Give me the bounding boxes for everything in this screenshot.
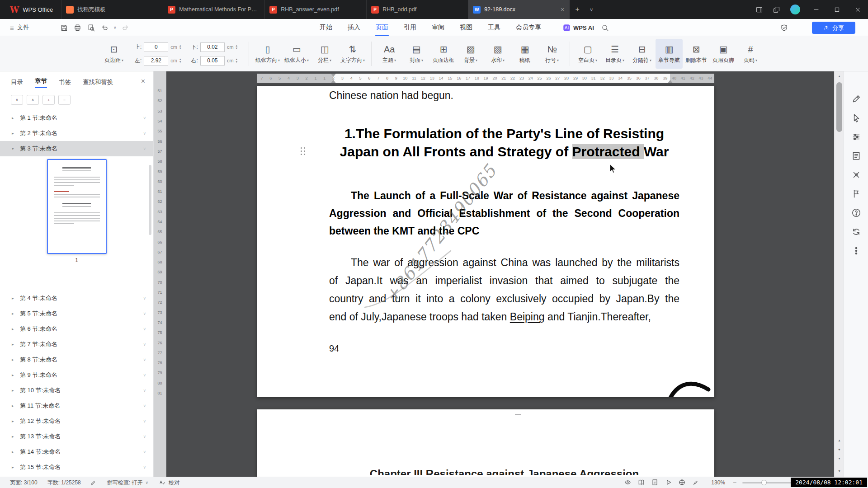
page-layout-view-icon[interactable] — [651, 479, 659, 486]
vertical-scrollbar[interactable]: ▴ ▴ ● ▾ ▾ — [834, 71, 844, 477]
remove-section-button[interactable]: − — [58, 95, 71, 105]
undo-dropdown-icon[interactable]: ∨ — [112, 25, 118, 30]
chevron-down-icon[interactable]: ∨ — [143, 311, 146, 316]
collapse-arrow-icon[interactable]: ▸ — [12, 388, 20, 393]
slideshow-icon[interactable] — [665, 479, 672, 486]
menu-tab-page-layout[interactable]: 页面 — [368, 19, 396, 36]
section-item-6[interactable]: ▸第 6 节:未命名∨ — [0, 321, 153, 337]
ribbon-theme-button[interactable]: Aa主题▾ — [376, 39, 403, 69]
extract-text-icon[interactable] — [851, 151, 861, 161]
print-button[interactable] — [71, 22, 84, 33]
spellcheck-status[interactable]: 拼写检查: 打开∨ — [107, 479, 150, 487]
scrollbar-thumb[interactable] — [836, 82, 842, 132]
document-canvas[interactable]: 7654321123456789101112131415161718192021… — [166, 71, 834, 477]
ribbon-page-margins-button[interactable]: ⊡页边距▾ — [100, 39, 127, 69]
chevron-down-icon[interactable]: ∨ — [143, 404, 146, 408]
doc-heading-line-1[interactable]: 1.The Formulation of the Party's Line of… — [329, 125, 679, 143]
ribbon-columns-button[interactable]: ◫分栏▾ — [311, 39, 338, 69]
ribbon-page-number-button[interactable]: #页码▾ — [737, 39, 764, 69]
quick-edit-icon[interactable] — [851, 94, 861, 104]
previous-page-icon[interactable]: ▴ — [835, 438, 844, 442]
margin-right-input[interactable] — [200, 56, 225, 66]
ribbon-manuscript-paper-button[interactable]: ▦稿纸 — [511, 39, 538, 69]
section-item-10[interactable]: ▸第 10 节:未命名∨ — [0, 383, 153, 398]
collapse-arrow-icon[interactable]: ▸ — [12, 450, 20, 454]
section-item-1[interactable]: ▸第 1 节:未命名∨ — [0, 110, 153, 126]
ribbon-page-border-button[interactable]: ⊞页面边框 — [430, 39, 457, 69]
panel-tab-bookmarks[interactable]: 书签 — [59, 78, 71, 88]
file-menu-button[interactable]: ≡ 文件 — [10, 19, 29, 36]
bookmark-flag-icon[interactable] — [851, 189, 861, 199]
help-icon[interactable] — [851, 208, 861, 218]
section-item-15[interactable]: ▸第 15 节:未命名∨ — [0, 460, 153, 475]
collapse-arrow-icon[interactable]: ▸ — [12, 296, 20, 300]
web-layout-icon[interactable] — [679, 479, 686, 486]
ribbon-break-button[interactable]: ⊟分隔符▾ — [628, 39, 656, 69]
menu-tab-tools[interactable]: 工具 — [480, 19, 508, 36]
panel-tab-sections[interactable]: 章节 — [35, 77, 47, 88]
section-item-7[interactable]: ▸第 7 节:未命名∨ — [0, 337, 153, 352]
margin-top-stepper[interactable]: ▴▾ — [179, 44, 181, 50]
menu-tab-member[interactable]: 会员专享 — [508, 19, 549, 36]
zoom-level[interactable]: 130% — [711, 479, 725, 486]
sections-collapse-button[interactable]: ∧ — [27, 95, 39, 105]
selected-text[interactable]: Protracted — [572, 144, 644, 159]
paragraph-drag-handle-icon[interactable] — [301, 147, 307, 156]
minimize-button[interactable] — [806, 0, 826, 19]
proofread-button[interactable]: 校对 — [169, 479, 179, 487]
section-item-3[interactable]: ▾第 3 节:未命名∨ — [0, 141, 153, 156]
read-layout-icon[interactable] — [638, 479, 645, 486]
user-avatar[interactable] — [790, 5, 800, 14]
search-icon[interactable] — [599, 22, 611, 33]
margin-top-input[interactable] — [144, 42, 168, 52]
sync-icon[interactable] — [851, 227, 861, 237]
section-item-12[interactable]: ▸第 12 节:未命名∨ — [0, 413, 153, 429]
ribbon-header-footer-button[interactable]: ▣页眉页脚 — [710, 39, 737, 69]
browse-object-icon[interactable]: ● — [835, 447, 844, 451]
layout-mode-icon[interactable] — [750, 0, 768, 19]
zoom-slider-knob[interactable] — [761, 480, 767, 485]
chevron-down-icon[interactable]: ∨ — [143, 450, 146, 454]
tab-list-dropdown-icon[interactable]: ∨ — [585, 0, 598, 19]
select-tool-icon[interactable] — [851, 113, 861, 123]
menu-tab-view[interactable]: 视图 — [452, 19, 480, 36]
chevron-down-icon[interactable]: ∨ — [143, 146, 146, 151]
doc-tab-rhb-answer-even[interactable]: PRHB_answer_even.pdf — [264, 0, 366, 19]
collapse-arrow-icon[interactable]: ▸ — [12, 131, 20, 136]
doc-next-chapter-heading[interactable]: Chapter III Resistance against Japanese … — [329, 467, 679, 475]
undo-button[interactable] — [99, 22, 111, 33]
chevron-down-icon[interactable]: ∨ — [143, 357, 146, 362]
ribbon-line-numbers-button[interactable]: №行号▾ — [538, 39, 566, 69]
document-page-2[interactable]: Chapter III Resistance against Japanese … — [257, 409, 714, 477]
menu-tab-review[interactable]: 审阅 — [424, 19, 452, 36]
section-item-2[interactable]: ▸第 2 节:未命名∨ — [0, 126, 153, 141]
collapse-arrow-icon[interactable]: ▸ — [12, 373, 20, 377]
sidebar-scrollbar[interactable] — [149, 165, 151, 235]
sections-dropdown-button[interactable]: ∨ — [11, 95, 23, 105]
chevron-down-icon[interactable]: ∨ — [143, 116, 146, 120]
more-tools-icon[interactable] — [851, 246, 861, 256]
menu-tab-reference[interactable]: 引用 — [396, 19, 424, 36]
wps-ai-button[interactable]: WPS AI — [563, 19, 594, 36]
ribbon-watermark-button[interactable]: ▧水印▾ — [484, 39, 511, 69]
ribbon-delete-section-button[interactable]: ⊠删除本节 — [683, 39, 710, 69]
collapse-arrow-icon[interactable]: ▸ — [12, 116, 20, 120]
new-tab-button[interactable]: + — [570, 0, 585, 19]
doc-intro-line[interactable]: Chinese nation had begun. — [329, 89, 453, 102]
ribbon-text-direction-button[interactable]: ⇅文字方向▾ — [338, 39, 367, 69]
section-item-4[interactable]: ▸第 4 节:未命名∨ — [0, 291, 153, 306]
doc-tab-doc-92-189[interactable]: W92-189.docx× — [468, 0, 570, 19]
scroll-down-icon[interactable]: ▾ — [835, 469, 844, 473]
tools-icon[interactable] — [851, 170, 861, 180]
document-page-1[interactable]: Chinese nation had begun. 1.The Formulat… — [257, 86, 714, 397]
share-button[interactable]: 分享 — [812, 22, 855, 34]
ribbon-section-nav-button[interactable]: ▥章节导航 — [656, 39, 683, 69]
tab-close-icon[interactable]: × — [560, 6, 565, 13]
horizontal-ruler[interactable]: 7654321123456789101112131415161718192021… — [257, 74, 714, 83]
collapse-arrow-icon[interactable]: ▸ — [12, 419, 20, 423]
spellcheck-underlined-word[interactable]: Beiping — [510, 311, 545, 323]
margin-left-input[interactable] — [144, 56, 168, 66]
save-button[interactable] — [58, 22, 70, 33]
print-preview-button[interactable] — [85, 22, 97, 33]
collapse-arrow-icon[interactable]: ▸ — [12, 404, 20, 408]
